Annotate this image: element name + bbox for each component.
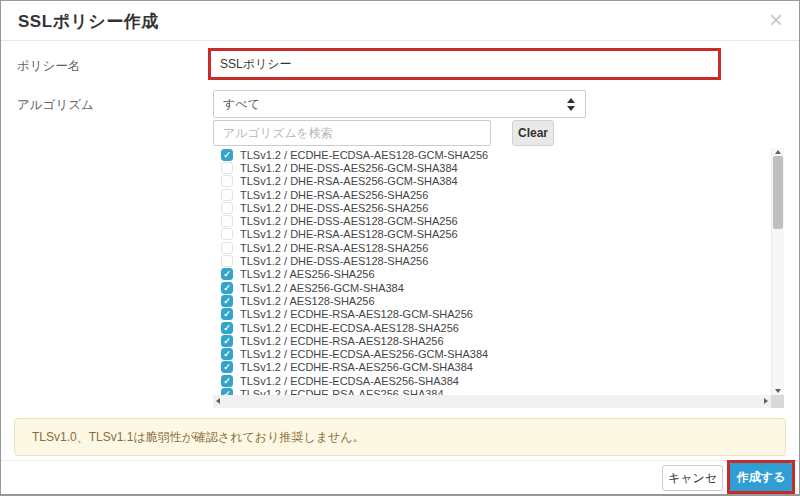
checkbox-checked-icon[interactable]: ✓ [221,375,233,387]
scrollbar-corner [771,395,784,408]
tls-warning-text: TLSv1.0、TLSv1.1は脆弱性が確認されており推奨しません。 [32,419,364,456]
cancel-button[interactable]: キャンセル [662,465,723,491]
checkbox-checked-icon[interactable]: ✓ [221,308,233,320]
algorithm-row[interactable]: TLSv1.2 / DHE-RSA-AES128-SHA256 [213,241,771,254]
algorithm-row[interactable]: ✓TLSv1.2 / ECDHE-RSA-AES128-GCM-SHA256 [213,308,771,321]
checkbox-checked-icon[interactable]: ✓ [221,282,233,294]
checkbox-checked-icon[interactable]: ✓ [221,295,233,307]
checkbox-checked-icon[interactable]: ✓ [221,149,233,161]
algorithm-row[interactable]: ✓TLSv1.2 / ECDHE-ECDSA-AES128-GCM-SHA256 [213,148,771,161]
algorithm-item-label: TLSv1.2 / ECDHE-ECDSA-AES256-SHA384 [240,375,459,387]
checkbox-unchecked-icon[interactable] [221,175,233,187]
algorithm-list: ✓TLSv1.2 / ECDHE-ECDSA-AES128-GCM-SHA256… [213,148,771,395]
vertical-scrollbar-thumb[interactable] [773,156,783,229]
algorithm-item-label: TLSv1.2 / AES256-SHA256 [240,268,375,280]
algorithm-row[interactable]: ✓TLSv1.2 / ECDHE-ECDSA-AES256-SHA384 [213,374,771,387]
algorithm-row[interactable]: ✓TLSv1.2 / ECDHE-RSA-AES256-GCM-SHA384 [213,361,771,374]
algorithm-row[interactable]: TLSv1.2 / DHE-DSS-AES128-SHA256 [213,254,771,267]
algorithm-row[interactable]: TLSv1.2 / DHE-DSS-AES128-GCM-SHA256 [213,214,771,227]
algorithm-row[interactable]: ✓TLSv1.2 / ECDHE-RSA-AES256-SHA384 [213,387,771,395]
checkbox-unchecked-icon[interactable] [221,189,233,201]
policy-name-label: ポリシー名 [17,58,80,75]
algorithm-label: アルゴリズム [17,97,94,114]
algorithm-row[interactable]: ✓TLSv1.2 / ECDHE-RSA-AES128-SHA256 [213,334,771,347]
algorithm-row[interactable]: ✓TLSv1.2 / ECDHE-ECDSA-AES128-SHA256 [213,321,771,334]
checkbox-unchecked-icon[interactable] [221,228,233,240]
algorithm-item-label: TLSv1.2 / DHE-DSS-AES128-GCM-SHA256 [240,215,458,227]
create-ssl-policy-dialog: SSLポリシー作成 × ポリシー名 アルゴリズム すべて Clear ✓TLSv… [0,0,800,496]
horizontal-scrollbar[interactable] [213,395,771,408]
algorithm-item-label: TLSv1.2 / ECDHE-RSA-AES128-SHA256 [240,335,444,347]
checkbox-checked-icon[interactable]: ✓ [221,388,233,395]
algorithm-row[interactable]: TLSv1.2 / DHE-DSS-AES256-GCM-SHA384 [213,161,771,174]
algorithm-item-label: TLSv1.2 / ECDHE-ECDSA-AES128-SHA256 [240,322,459,334]
create-button-highlight: 作成する [727,460,795,494]
algorithm-filter-select[interactable]: すべて [213,90,586,118]
checkbox-unchecked-icon[interactable] [221,255,233,267]
checkbox-checked-icon[interactable]: ✓ [221,348,233,360]
algorithm-item-label: TLSv1.2 / ECDHE-RSA-AES128-GCM-SHA256 [240,308,473,320]
algorithm-filter-selected-value: すべて [223,91,260,117]
scroll-right-icon[interactable] [764,398,768,404]
tls-warning-banner: TLSv1.0、TLSv1.1は脆弱性が確認されており推奨しません。 [14,418,786,456]
algorithm-item-label: TLSv1.2 / AES128-SHA256 [240,295,375,307]
algorithm-item-label: TLSv1.2 / ECDHE-RSA-AES256-SHA384 [240,388,444,395]
scroll-down-icon[interactable] [775,389,781,393]
algorithm-item-label: TLSv1.2 / DHE-DSS-AES128-SHA256 [240,255,428,267]
vertical-scrollbar[interactable] [771,148,784,395]
algorithm-row[interactable]: TLSv1.2 / DHE-RSA-AES256-GCM-SHA384 [213,175,771,188]
algorithm-item-label: TLSv1.2 / DHE-RSA-AES128-SHA256 [240,242,428,254]
algorithm-list-container: ✓TLSv1.2 / ECDHE-ECDSA-AES128-GCM-SHA256… [213,148,784,408]
algorithm-row[interactable]: ✓TLSv1.2 / AES128-SHA256 [213,294,771,307]
policy-name-input[interactable] [211,51,718,77]
dialog-title: SSLポリシー作成 [18,10,159,33]
checkbox-unchecked-icon[interactable] [221,242,233,254]
checkbox-unchecked-icon[interactable] [221,162,233,174]
algorithm-item-label: TLSv1.2 / ECDHE-ECDSA-AES256-GCM-SHA384 [240,348,488,360]
algorithm-item-label: TLSv1.2 / AES256-GCM-SHA384 [240,282,404,294]
checkbox-checked-icon[interactable]: ✓ [221,322,233,334]
checkbox-unchecked-icon[interactable] [221,215,233,227]
algorithm-row[interactable]: ✓TLSv1.2 / AES256-SHA256 [213,268,771,281]
algorithm-item-label: TLSv1.2 / ECDHE-ECDSA-AES128-GCM-SHA256 [240,149,488,161]
close-icon[interactable]: × [769,5,783,35]
algorithm-row[interactable]: TLSv1.2 / DHE-DSS-AES256-SHA256 [213,201,771,214]
scroll-left-icon[interactable] [216,398,220,404]
policy-name-highlight [208,48,721,80]
algorithm-row[interactable]: ✓TLSv1.2 / AES256-GCM-SHA384 [213,281,771,294]
algorithm-row[interactable]: TLSv1.2 / DHE-RSA-AES256-SHA256 [213,188,771,201]
checkbox-checked-icon[interactable]: ✓ [221,268,233,280]
algorithm-item-label: TLSv1.2 / ECDHE-RSA-AES256-GCM-SHA384 [240,361,473,373]
algorithm-item-label: TLSv1.2 / DHE-RSA-AES128-GCM-SHA256 [240,228,458,240]
create-button[interactable]: 作成する [730,463,792,491]
algorithm-item-label: TLSv1.2 / DHE-DSS-AES256-SHA256 [240,202,428,214]
checkbox-checked-icon[interactable]: ✓ [221,361,233,373]
footer-divider [1,460,799,461]
algorithm-item-label: TLSv1.2 / DHE-RSA-AES256-SHA256 [240,189,428,201]
dialog-header: SSLポリシー作成 × [1,1,799,41]
checkbox-checked-icon[interactable]: ✓ [221,335,233,347]
algorithm-item-label: TLSv1.2 / DHE-DSS-AES256-GCM-SHA384 [240,162,458,174]
clear-button[interactable]: Clear [512,120,554,146]
algorithm-row[interactable]: ✓TLSv1.2 / ECDHE-ECDSA-AES256-GCM-SHA384 [213,347,771,360]
checkbox-unchecked-icon[interactable] [221,202,233,214]
algorithm-search-input[interactable] [213,120,491,146]
algorithm-item-label: TLSv1.2 / DHE-RSA-AES256-GCM-SHA384 [240,175,458,187]
select-updown-arrows-icon [567,98,575,111]
scroll-up-icon[interactable] [775,150,781,154]
algorithm-row[interactable]: TLSv1.2 / DHE-RSA-AES128-GCM-SHA256 [213,228,771,241]
